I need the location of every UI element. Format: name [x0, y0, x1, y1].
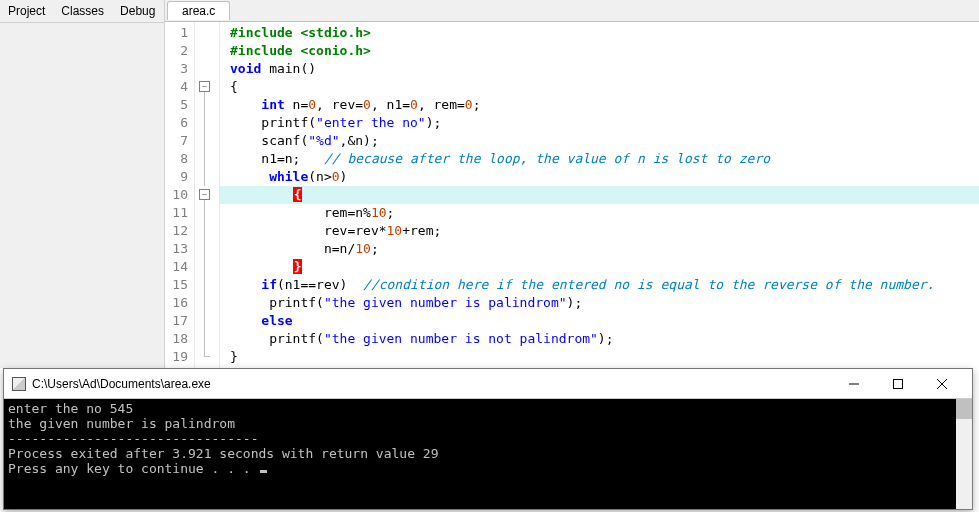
fold-cell[interactable] — [195, 276, 219, 294]
code-line[interactable]: scanf("%d",&n); — [220, 132, 979, 150]
code-line[interactable]: { — [220, 78, 979, 96]
fold-cell[interactable]: − — [195, 186, 219, 204]
code-text[interactable]: #include <stdio.h>#include <conio.h>void… — [220, 22, 979, 368]
fold-cell[interactable] — [195, 150, 219, 168]
menu-classes[interactable]: Classes — [53, 2, 112, 20]
code-line[interactable]: printf("the given number is palindrom"); — [220, 294, 979, 312]
code-line[interactable]: else — [220, 312, 979, 330]
line-number: 11 — [165, 204, 194, 222]
code-line[interactable]: { — [220, 186, 979, 204]
code-line[interactable]: printf("the given number is not palindro… — [220, 330, 979, 348]
line-number: 7 — [165, 132, 194, 150]
line-number: 12 — [165, 222, 194, 240]
code-line[interactable]: printf("enter the no"); — [220, 114, 979, 132]
console-scrollbar[interactable] — [956, 399, 972, 509]
line-number: 1 — [165, 24, 194, 42]
code-line[interactable]: n1=n; // because after the loop, the val… — [220, 150, 979, 168]
console-line: enter the no 545 — [8, 401, 968, 416]
console-line: the given number is palindrom — [8, 416, 968, 431]
fold-cell[interactable] — [195, 60, 219, 78]
console-line: Process exited after 3.921 seconds with … — [8, 446, 968, 461]
line-number: 13 — [165, 240, 194, 258]
code-line[interactable]: } — [220, 348, 979, 366]
line-number-gutter: 12345678910111213141516171819 — [165, 22, 195, 368]
line-number: 18 — [165, 330, 194, 348]
fold-cell[interactable] — [195, 114, 219, 132]
code-line[interactable]: rem=n%10; — [220, 204, 979, 222]
fold-cell[interactable] — [195, 24, 219, 42]
line-number: 2 — [165, 42, 194, 60]
fold-cell[interactable] — [195, 132, 219, 150]
console-line: -------------------------------- — [8, 431, 968, 446]
line-number: 3 — [165, 60, 194, 78]
console-window: C:\Users\Ad\Documents\area.exe enter the… — [3, 368, 973, 510]
file-tab[interactable]: area.c — [167, 1, 230, 20]
close-button[interactable] — [920, 370, 964, 398]
fold-cell[interactable] — [195, 258, 219, 276]
code-line[interactable]: } — [220, 258, 979, 276]
fold-cell[interactable] — [195, 96, 219, 114]
line-number: 17 — [165, 312, 194, 330]
editor-area: area.c 12345678910111213141516171819 −− … — [165, 0, 979, 368]
ide-top: Project Classes Debug area.c 12345678910… — [0, 0, 979, 368]
line-number: 4 — [165, 78, 194, 96]
code-line[interactable]: if(n1==rev) //condition here if the ente… — [220, 276, 979, 294]
fold-cell[interactable]: − — [195, 78, 219, 96]
line-number: 8 — [165, 150, 194, 168]
fold-cell[interactable] — [195, 168, 219, 186]
menu-debug[interactable]: Debug — [112, 2, 163, 20]
console-output[interactable]: enter the no 545the given number is pali… — [4, 399, 972, 509]
line-number: 5 — [165, 96, 194, 114]
fold-minus-icon[interactable]: − — [199, 189, 210, 200]
fold-cell[interactable] — [195, 330, 219, 348]
fold-cell[interactable] — [195, 312, 219, 330]
cursor-icon — [260, 470, 267, 473]
line-number: 6 — [165, 114, 194, 132]
fold-minus-icon[interactable]: − — [199, 81, 210, 92]
code-line[interactable]: int n=0, rev=0, n1=0, rem=0; — [220, 96, 979, 114]
fold-cell[interactable] — [195, 294, 219, 312]
fold-cell[interactable] — [195, 42, 219, 60]
console-titlebar[interactable]: C:\Users\Ad\Documents\area.exe — [4, 369, 972, 399]
menu-tabs: Project Classes Debug — [0, 0, 164, 23]
svg-rect-1 — [894, 379, 903, 388]
console-line: Press any key to continue . . . — [8, 461, 968, 476]
fold-gutter[interactable]: −− — [195, 22, 220, 368]
window-controls — [832, 370, 964, 398]
side-panel: Project Classes Debug — [0, 0, 165, 368]
code-pane[interactable]: 12345678910111213141516171819 −− #includ… — [165, 22, 979, 368]
code-line[interactable]: n=n/10; — [220, 240, 979, 258]
line-number: 9 — [165, 168, 194, 186]
code-line[interactable]: while(n>0) — [220, 168, 979, 186]
minimize-button[interactable] — [832, 370, 876, 398]
code-line[interactable]: #include <conio.h> — [220, 42, 979, 60]
fold-cell[interactable] — [195, 222, 219, 240]
fold-cell[interactable] — [195, 204, 219, 222]
line-number: 19 — [165, 348, 194, 366]
tab-bar: area.c — [165, 0, 979, 22]
line-number: 16 — [165, 294, 194, 312]
fold-cell[interactable] — [195, 240, 219, 258]
fold-cell[interactable] — [195, 348, 219, 366]
code-line[interactable]: rev=rev*10+rem; — [220, 222, 979, 240]
code-line[interactable]: #include <stdio.h> — [220, 24, 979, 42]
console-title: C:\Users\Ad\Documents\area.exe — [32, 377, 832, 391]
maximize-button[interactable] — [876, 370, 920, 398]
line-number: 14 — [165, 258, 194, 276]
app-icon — [12, 377, 26, 391]
line-number: 15 — [165, 276, 194, 294]
scroll-thumb[interactable] — [956, 399, 972, 419]
menu-project[interactable]: Project — [0, 2, 53, 20]
code-line[interactable]: void main() — [220, 60, 979, 78]
line-number: 10 — [165, 186, 194, 204]
